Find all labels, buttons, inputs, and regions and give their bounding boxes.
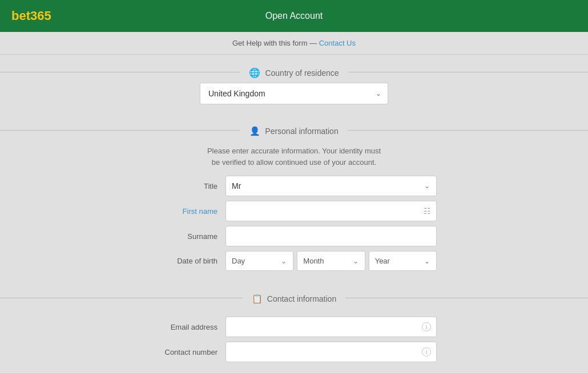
title-select-wrapper: Mr Mrs Miss Ms Dr ⌄	[225, 176, 437, 196]
personal-section-header: 👤 Personal information	[0, 119, 588, 141]
sub-header: Get Help with this form — Contact Us	[0, 32, 588, 55]
contact-info-icon: i	[422, 347, 431, 356]
personal-info-text: Please enter accurate information. Your …	[0, 141, 588, 176]
title-select[interactable]: Mr Mrs Miss Ms Dr	[225, 176, 437, 196]
logo-bet: bet	[11, 9, 30, 23]
main-content: 🌐 Country of residence United Kingdom Un…	[0, 55, 588, 372]
surname-input-wrapper	[225, 226, 437, 246]
country-dropdown-container: United Kingdom United States Ireland Aus…	[200, 83, 388, 104]
personal-section-label-wrapper: 👤 Personal information	[240, 126, 347, 136]
info-text-line1: Please enter accurate information. Your …	[207, 147, 381, 155]
personal-info-section: 👤 Personal information Please enter accu…	[0, 113, 588, 281]
country-section-header: 🌐 Country of residence	[0, 60, 588, 83]
person-icon: 👤	[249, 126, 260, 136]
surname-input[interactable]	[225, 226, 437, 246]
contact-number-input-wrapper: i	[225, 342, 437, 362]
contact-section: 📋 Contact information Email address i Co…	[0, 281, 588, 372]
dob-month-wrapper: Month ⌄	[297, 251, 365, 271]
email-input[interactable]	[225, 317, 437, 337]
dob-day-select[interactable]: Day	[225, 251, 293, 271]
personal-section-label: Personal information	[265, 127, 338, 136]
surname-label: Surname	[151, 232, 225, 241]
contact-number-input[interactable]	[225, 342, 437, 362]
first-name-info-icon: ☷	[424, 206, 431, 216]
dob-wrapper: Day ⌄ Month ⌄ Year ⌄	[225, 251, 437, 271]
help-text: Get Help with this form —	[232, 39, 317, 47]
first-name-input-wrapper: ☷	[225, 201, 437, 221]
contact-number-row: Contact number i	[151, 342, 437, 362]
country-dropdown-wrapper: United Kingdom United States Ireland Aus…	[200, 83, 388, 104]
dob-month-select[interactable]: Month	[297, 251, 365, 271]
email-info-icon: i	[422, 322, 431, 331]
contact-number-label: Contact number	[151, 348, 225, 356]
logo: bet365	[11, 9, 51, 23]
surname-row: Surname	[151, 226, 437, 246]
first-name-label: First name	[151, 207, 225, 216]
dob-year-select[interactable]: Year	[369, 251, 437, 271]
country-section-label: Country of residence	[265, 68, 339, 78]
contact-section-header: 📋 Contact information	[0, 287, 588, 309]
contact-link[interactable]: Contact Us	[319, 39, 356, 47]
contact-icon: 📋	[252, 294, 263, 304]
title-label: Title	[151, 182, 225, 190]
dob-day-wrapper: Day ⌄	[225, 251, 293, 271]
email-label: Email address	[151, 323, 225, 331]
country-select[interactable]: United Kingdom United States Ireland Aus…	[200, 83, 388, 104]
first-name-input[interactable]	[225, 201, 437, 221]
contact-section-label-wrapper: 📋 Contact information	[243, 294, 345, 304]
info-text-line2: be verified to allow continued use of yo…	[212, 158, 376, 167]
country-section: 🌐 Country of residence United Kingdom Un…	[0, 55, 588, 113]
dob-row: Date of birth Day ⌄ Month ⌄ Year	[151, 251, 437, 271]
logo-365: 365	[30, 9, 51, 23]
email-row: Email address i	[151, 317, 437, 337]
dob-label: Date of birth	[151, 257, 225, 265]
title-row: Title Mr Mrs Miss Ms Dr ⌄	[151, 176, 437, 196]
header-title: Open Account	[265, 11, 323, 21]
email-input-wrapper: i	[225, 317, 437, 337]
first-name-row: First name ☷	[151, 201, 437, 221]
dob-year-wrapper: Year ⌄	[369, 251, 437, 271]
contact-section-label: Contact information	[267, 294, 336, 303]
country-section-label-wrapper: 🌐 Country of residence	[240, 67, 348, 78]
globe-icon: 🌐	[249, 67, 260, 78]
header: bet365 Open Account	[0, 0, 588, 32]
